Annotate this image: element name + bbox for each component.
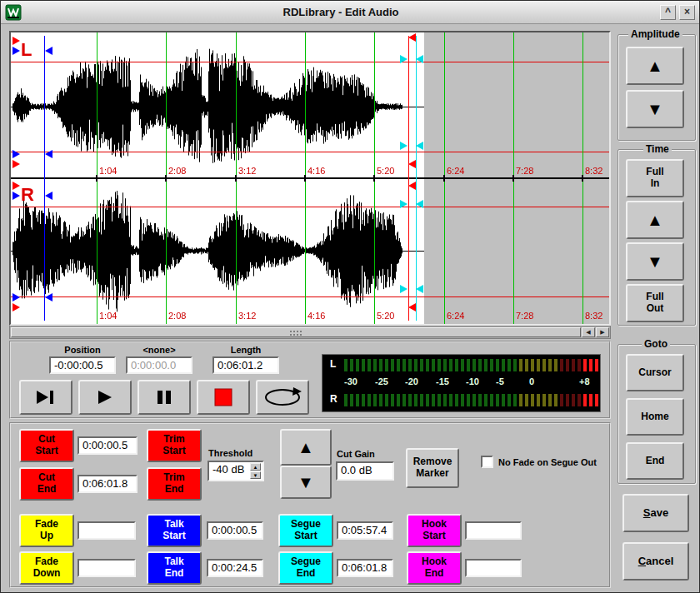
- time-down-icon: ▼: [647, 252, 663, 272]
- talk-start-button[interactable]: Talk Start: [147, 514, 202, 547]
- trim-end-button[interactable]: Trim End: [147, 467, 202, 501]
- time-zoom-in-button[interactable]: ▲: [626, 201, 684, 239]
- length-field: 0:06:01.2: [212, 356, 279, 374]
- remove-marker-button[interactable]: Remove Marker: [406, 448, 459, 488]
- talk-end-button[interactable]: Talk End: [147, 551, 202, 585]
- hook-start-button[interactable]: Hook Start: [407, 514, 462, 547]
- goto-end-button[interactable]: End: [626, 442, 684, 480]
- scrollbar-thumb[interactable]: [11, 327, 581, 337]
- meter-bar-left: [344, 359, 598, 371]
- spin-up-icon: ▲: [253, 465, 258, 470]
- threshold-value: -40 dB: [212, 463, 244, 476]
- hook-end-field[interactable]: [465, 559, 522, 577]
- scroll-left-icon: ◀: [586, 329, 590, 335]
- waveform-panel: [9, 31, 611, 326]
- cut-start-button[interactable]: Cut Start: [19, 429, 74, 462]
- marker-readout-field: 0:00:00.0: [126, 356, 192, 374]
- play-from-start-button[interactable]: [19, 380, 72, 415]
- threshold-spinbox[interactable]: -40 dB ▲ ▼: [208, 461, 264, 481]
- waveform-scrollbar[interactable]: ◀ ▶: [9, 326, 611, 339]
- threshold-label: Threshold: [208, 448, 252, 458]
- scroll-right-button[interactable]: ▶: [596, 327, 609, 337]
- gain-down-icon: ▼: [298, 473, 314, 492]
- cut-gain-field[interactable]: 0.0 dB: [336, 461, 394, 481]
- pause-button[interactable]: [138, 380, 191, 415]
- no-fade-checkbox[interactable]: [481, 456, 493, 468]
- hook-end-button[interactable]: Hook End: [407, 551, 462, 585]
- play-button[interactable]: [78, 380, 132, 415]
- close-button[interactable]: ×: [679, 5, 695, 20]
- audio-meter: L -30-25-20-15-10-50+8 R: [322, 354, 601, 412]
- segue-start-button[interactable]: Segue Start: [278, 514, 333, 547]
- threshold-spin-up[interactable]: ▲: [250, 463, 261, 471]
- gain-down-button[interactable]: ▼: [280, 466, 332, 499]
- marker-readout-label: <none>: [126, 345, 192, 355]
- window-title: RDLibrary - Edit Audio: [25, 6, 657, 18]
- goto-home-button[interactable]: Home: [626, 398, 684, 436]
- waveform-display[interactable]: [11, 32, 609, 324]
- hook-start-field[interactable]: [465, 521, 522, 540]
- window-icon: [5, 4, 22, 21]
- goto-group-title: Goto: [642, 338, 670, 350]
- loop-button[interactable]: [256, 380, 309, 415]
- amplitude-up-button[interactable]: ▲: [626, 47, 684, 85]
- length-label: Length: [212, 345, 279, 355]
- shade-button[interactable]: ^: [660, 5, 676, 20]
- threshold-spin-down[interactable]: ▼: [250, 471, 261, 479]
- play-from-start-icon: [35, 390, 57, 405]
- fade-down-button[interactable]: Fade Down: [19, 551, 74, 585]
- cut-gain-label: Cut Gain: [337, 449, 375, 459]
- segue-start-field[interactable]: 0:05:57.4: [337, 521, 393, 540]
- cancel-button[interactable]: Cancel: [622, 542, 689, 581]
- position-label: Position: [49, 345, 116, 355]
- full-in-button[interactable]: Full In: [626, 159, 684, 197]
- amplitude-group-title: Amplitude: [628, 28, 682, 40]
- fade-up-field[interactable]: [78, 521, 136, 540]
- full-out-button[interactable]: Full Out: [626, 284, 684, 322]
- titlebar[interactable]: RDLibrary - Edit Audio ^ ×: [1, 1, 699, 24]
- talk-end-field[interactable]: 0:00:24.5: [207, 559, 263, 577]
- no-fade-label: No Fade on Segue Out: [498, 457, 597, 467]
- gain-up-button[interactable]: ▲: [280, 429, 332, 466]
- cut-end-field[interactable]: 0:06:01.8: [78, 475, 138, 493]
- meter-left-label: L: [330, 358, 336, 370]
- amplitude-down-icon: ▼: [647, 100, 663, 119]
- meter-right-label: R: [330, 393, 338, 405]
- talk-start-field[interactable]: 0:00:00.5: [207, 521, 263, 540]
- time-group-title: Time: [643, 143, 672, 155]
- position-field: -0:00:00.5: [49, 356, 116, 374]
- gain-up-icon: ▲: [298, 438, 314, 457]
- amplitude-down-button[interactable]: ▼: [626, 90, 684, 128]
- segue-end-button[interactable]: Segue End: [278, 551, 333, 585]
- meter-scale: -30-25-20-15-10-50+8: [344, 376, 598, 389]
- stop-icon: [214, 388, 232, 406]
- save-button-label: Save: [643, 507, 668, 520]
- scrollbar-grip: [290, 331, 292, 332]
- fade-down-field[interactable]: [78, 559, 136, 577]
- cut-start-field[interactable]: 0:00:00.5: [78, 436, 138, 455]
- amplitude-up-icon: ▲: [647, 57, 663, 76]
- cut-end-button[interactable]: Cut End: [19, 467, 74, 501]
- scroll-right-icon: ▶: [600, 329, 604, 335]
- play-icon: [96, 390, 114, 405]
- trim-start-button[interactable]: Trim Start: [147, 429, 202, 462]
- meter-bar-right: [344, 394, 598, 406]
- pause-icon: [155, 390, 173, 405]
- time-up-icon: ▲: [647, 211, 663, 230]
- fade-up-button[interactable]: Fade Up: [19, 514, 74, 547]
- scroll-left-button[interactable]: ◀: [582, 327, 595, 337]
- cancel-button-label: Cancel: [638, 556, 674, 568]
- stop-button[interactable]: [197, 380, 250, 415]
- time-zoom-out-button[interactable]: ▼: [626, 242, 684, 281]
- goto-cursor-button[interactable]: Cursor: [626, 354, 684, 391]
- save-button[interactable]: Save: [622, 494, 689, 532]
- loop-icon: [263, 387, 302, 407]
- edit-audio-window: RDLibrary - Edit Audio ^ × ◀ ▶ Position …: [0, 0, 700, 593]
- spin-down-icon: ▼: [253, 473, 258, 478]
- segue-end-field[interactable]: 0:06:01.8: [337, 559, 393, 577]
